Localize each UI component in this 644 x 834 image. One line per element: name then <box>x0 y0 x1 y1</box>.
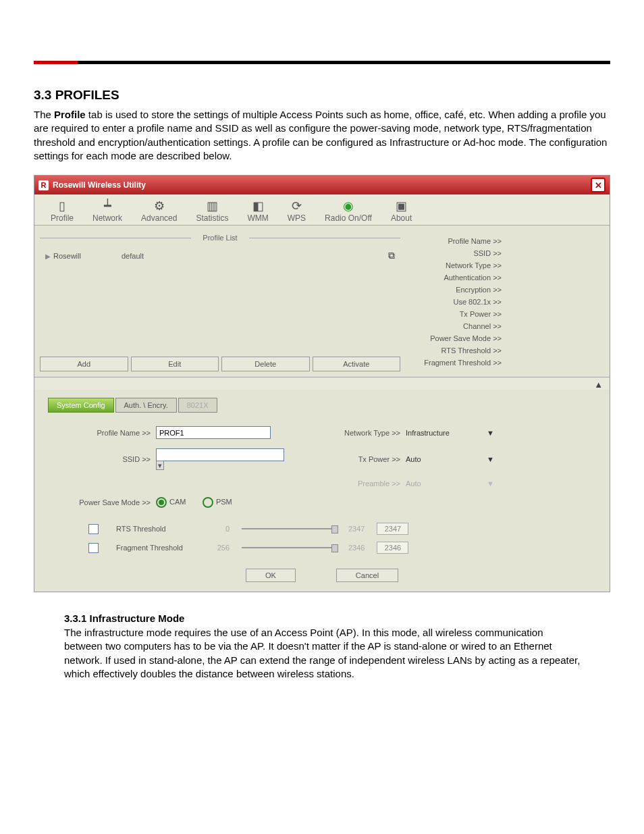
preamble-select: Auto <box>406 479 487 488</box>
chevron-up-icon: ▲ <box>594 380 603 390</box>
about-icon: ▣ <box>393 199 410 213</box>
chevron-down-icon[interactable]: ▼ <box>487 455 507 463</box>
signal-icon: ⧉ <box>388 250 395 261</box>
header-rule <box>34 61 610 64</box>
tab-profile[interactable]: ▯Profile <box>51 199 74 223</box>
advanced-icon: ⚙ <box>151 199 168 213</box>
tab-about[interactable]: ▣About <box>391 199 412 223</box>
psm-cam-radio[interactable]: CAM <box>156 498 186 506</box>
wps-icon: ⟳ <box>288 199 305 213</box>
close-icon[interactable]: ✕ <box>591 178 606 192</box>
network-type-label: Network Type >> <box>325 429 406 437</box>
psm-label: Power Save Mode >> <box>48 498 156 506</box>
delete-button[interactable]: Delete <box>221 357 310 371</box>
rts-checkbox[interactable] <box>88 524 99 534</box>
ssid-label: SSID >> <box>48 455 156 463</box>
profile-list-label: Profile List <box>40 234 400 242</box>
window-title: Rosewill Wireless Utility <box>53 180 146 190</box>
window-titlebar: R Rosewill Wireless Utility ✕ <box>34 176 610 194</box>
frag-checkbox[interactable] <box>88 543 99 553</box>
tx-power-label: Tx Power >> <box>325 455 406 463</box>
app-screenshot: R Rosewill Wireless Utility ✕ ▯Profile ┷… <box>34 175 610 592</box>
profile-icon: ▯ <box>53 199 71 213</box>
tab-8021x[interactable]: 8021X <box>178 398 217 413</box>
ssid-input[interactable] <box>156 448 284 461</box>
frag-label: Fragment Threshold <box>116 544 197 552</box>
tab-advanced[interactable]: ⚙Advanced <box>141 199 177 223</box>
rts-label: RTS Threshold <box>116 525 197 533</box>
frag-value[interactable]: 2346 <box>377 542 408 554</box>
section-heading: 3.3 PROFILES <box>34 88 610 103</box>
profile-name-label: Profile Name >> <box>48 429 156 437</box>
tab-radio[interactable]: ◉Radio On/Off <box>325 199 372 223</box>
network-icon: ┷ <box>99 199 116 213</box>
subsection-heading: 3.3.1 Infrastructure Mode <box>64 613 584 624</box>
ok-button[interactable]: OK <box>246 569 296 582</box>
tab-wmm[interactable]: ◧WMM <box>247 199 268 223</box>
add-button[interactable]: Add <box>40 357 128 371</box>
profile-details: Profile Name >> SSID >> Network Type >> … <box>400 226 610 377</box>
chevron-down-icon[interactable]: ▼ <box>487 429 507 437</box>
rts-slider[interactable] <box>242 528 336 529</box>
subsection-text: The infrastructure mode requires the use… <box>64 626 584 681</box>
tab-system-config[interactable]: System Config <box>48 398 114 413</box>
intro-paragraph: The Profile tab is used to store the set… <box>34 108 610 163</box>
cancel-button[interactable]: Cancel <box>336 569 398 582</box>
activate-button[interactable]: Activate <box>313 357 401 371</box>
tab-statistics[interactable]: ▥Statistics <box>196 199 228 223</box>
main-toolbar: ▯Profile ┷Network ⚙Advanced ▥Statistics … <box>34 194 610 226</box>
network-type-select[interactable]: Infrastructure <box>406 429 487 437</box>
statistics-icon: ▥ <box>203 199 221 213</box>
app-logo-icon: R <box>38 180 49 190</box>
profile-name-input[interactable] <box>156 426 271 439</box>
profile-row[interactable]: ▶Rosewill default ⧉ <box>45 249 395 263</box>
preamble-label: Preamble >> <box>325 479 406 488</box>
tab-wps[interactable]: ⟳WPS <box>288 199 306 223</box>
chevron-down-icon: ▼ <box>487 479 507 488</box>
psm-psm-radio[interactable]: PSM <box>203 498 232 506</box>
tx-power-select[interactable]: Auto <box>406 455 487 463</box>
collapse-bar[interactable]: ▲ <box>34 377 610 390</box>
tab-network[interactable]: ┷Network <box>92 199 122 223</box>
wmm-icon: ◧ <box>249 199 267 213</box>
radio-icon: ◉ <box>340 199 357 213</box>
active-indicator-icon: ▶ <box>45 253 51 260</box>
edit-button[interactable]: Edit <box>131 357 219 371</box>
frag-slider[interactable] <box>242 547 336 548</box>
rts-value[interactable]: 2347 <box>377 523 408 535</box>
psm-options: CAM PSM <box>156 497 291 508</box>
tab-auth-encry[interactable]: Auth. \ Encry. <box>115 398 177 413</box>
profile-list[interactable]: ▶Rosewill default ⧉ <box>40 246 400 353</box>
